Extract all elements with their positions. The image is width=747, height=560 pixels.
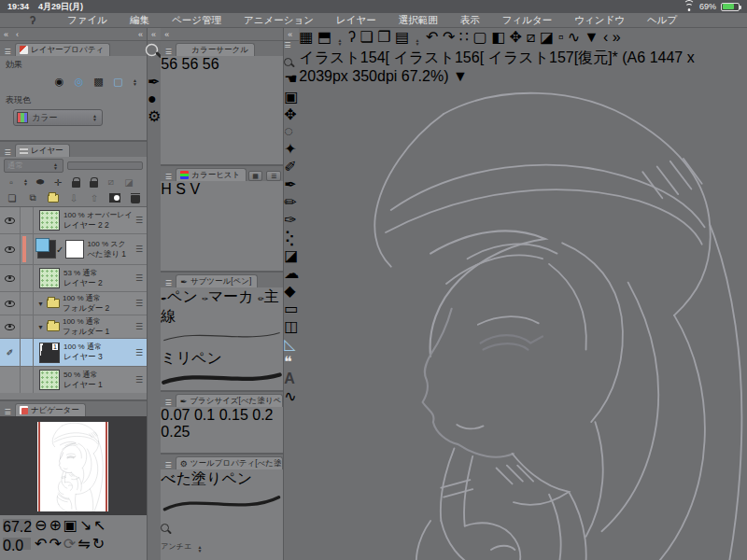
dock-quick-access[interactable] (148, 41, 161, 73)
visibility-toggle[interactable] (0, 367, 21, 393)
deselect-button[interactable]: ∷ (459, 29, 469, 45)
new-folder-button[interactable] (46, 191, 61, 204)
menu-animation[interactable]: アニメーション (233, 14, 325, 27)
screen-settings-button[interactable]: ⬒ (317, 29, 331, 45)
brush-size-cell[interactable]: 0.15 (219, 407, 248, 423)
tab-navigator[interactable]: ナビゲーター (15, 403, 86, 416)
lock-layer-icon[interactable] (68, 175, 83, 189)
brush-size-cell[interactable]: 0.07 (161, 407, 190, 423)
tool-balloon[interactable]: ❝ (284, 353, 299, 371)
fit-to-screen-button[interactable]: ▣ (63, 516, 78, 534)
tab-color-circle[interactable]: カラーサークル (176, 43, 255, 56)
visibility-toggle[interactable] (0, 315, 21, 338)
delete-layer-button[interactable] (128, 191, 143, 204)
collapse-left-dock-button[interactable]: « (4, 30, 8, 39)
redo-button[interactable]: ↷ (443, 29, 455, 45)
chevron-left-icon[interactable]: ‹ (16, 30, 19, 39)
tool-text[interactable]: A (284, 371, 299, 387)
layer-handle[interactable]: ☰ (134, 375, 145, 385)
visibility-toggle[interactable]: ✐ (0, 339, 21, 366)
panel-menu-icon[interactable]: ☰ (162, 48, 174, 56)
undo-button[interactable]: ↶ (426, 29, 438, 45)
expand-right-button[interactable]: » (613, 29, 621, 45)
panel-menu-icon[interactable]: ☰ (162, 173, 174, 181)
layer-handle[interactable]: ☰ (134, 299, 145, 308)
rotation-value[interactable]: 0.0 (3, 538, 31, 550)
tab-brush-size[interactable]: ✒ ブラシサイズ[べた塗りペ (176, 394, 284, 407)
open-file-button[interactable]: ❐ (377, 29, 390, 45)
layer-row[interactable]: 100 % オーバーレイレイヤー 2 2 ☰ (0, 207, 147, 234)
tool-hand[interactable]: ☚ (284, 70, 299, 88)
zoom-in-button[interactable]: ⊕ (49, 516, 61, 534)
transfer-down-button[interactable]: ⇩ (66, 191, 81, 204)
tool-auto-select[interactable]: ✦ (284, 140, 299, 158)
layer-row[interactable]: 53 % 通常レイヤー 2 ☰ (0, 265, 147, 292)
subtool-item[interactable]: ミリペン (161, 327, 283, 369)
visibility-toggle[interactable] (0, 207, 21, 233)
magnifier-icon[interactable] (161, 524, 169, 532)
layer-row[interactable]: 50 % 通常レイヤー 1 ☰ (0, 367, 147, 393)
visibility-toggle[interactable] (0, 265, 21, 291)
collapse-dock-button[interactable]: « (151, 30, 156, 39)
fill-selection-button[interactable]: ◧ (491, 29, 505, 45)
tool-frame-border[interactable]: ◫ (284, 317, 299, 335)
tool-move-layer[interactable]: ✥ (284, 105, 299, 123)
panel-menu-icon[interactable]: ☰ (2, 48, 13, 56)
menu-page[interactable]: ページ管理 (161, 14, 233, 27)
visibility-toggle[interactable] (0, 292, 21, 315)
layer-folder-row[interactable]: ▼ 100 % 通常フォルダー 1 ☰ (0, 315, 147, 339)
layer-handle[interactable]: ☰ (134, 216, 145, 225)
layer-thumbnail[interactable]: 1 (39, 343, 60, 363)
workspace-grid-button[interactable]: ▦ (299, 29, 313, 45)
anti-alias-stepper[interactable] (196, 542, 204, 555)
value-sort-button[interactable]: V (190, 181, 200, 197)
collapse-toolbar-button[interactable]: « (288, 30, 292, 39)
tab-tool-property[interactable]: ⚙ ツールプロパティ[べた塗 (176, 456, 284, 469)
new-canvas-button[interactable]: ❏ (359, 29, 373, 45)
subtool-group-marker[interactable]: ✑マーカ (202, 288, 253, 304)
blend-mode-dropdown[interactable]: 通常 (4, 159, 63, 173)
menu-file[interactable]: ファイル (56, 14, 119, 27)
collapse-left2-button[interactable]: « (138, 30, 143, 39)
rotate-right-button[interactable]: ↷ (49, 535, 61, 553)
merge-down-button[interactable]: ⇧ (87, 191, 102, 204)
folder-expand-icon[interactable]: ▼ (37, 324, 44, 330)
snap-grid-button[interactable]: ▫ (558, 29, 564, 45)
saturation-sort-button[interactable]: S (176, 181, 186, 197)
panel-menu-icon[interactable]: ☰ (2, 408, 13, 416)
reset-view-button[interactable]: ↻ (92, 535, 105, 553)
border-effect-icon[interactable]: ◉ (52, 75, 66, 89)
canvas-viewport[interactable] (299, 85, 747, 560)
tool-ruler[interactable]: ◺ (284, 335, 299, 353)
threshold-stepper[interactable] (21, 175, 30, 189)
menu-window[interactable]: ウィンドウ (563, 14, 636, 27)
opacity-slider[interactable] (67, 161, 143, 170)
layer-thumbnail[interactable] (39, 210, 60, 231)
brush-size-cell[interactable]: 0.25 (161, 424, 190, 440)
layer-handle[interactable]: ☰ (134, 245, 145, 254)
tool-selection[interactable]: ◌ (284, 123, 299, 140)
screen-stepper[interactable] (336, 35, 345, 49)
panel-menu-icon[interactable]: ☰ (162, 279, 174, 287)
set-ruler-icon[interactable]: ⧄ (104, 175, 119, 189)
fill-layer-thumbnail[interactable] (37, 240, 56, 259)
layer-handle[interactable]: ☰ (134, 348, 145, 357)
tool-line-correct[interactable]: ∿ (284, 387, 299, 405)
scroll-left-button[interactable]: ‹ (603, 29, 608, 45)
subtool-item[interactable]: サインペン (161, 369, 283, 392)
tool-pencil[interactable]: ✏ (284, 193, 299, 211)
tool-figure[interactable]: ▭ (284, 300, 299, 317)
zoom-out-button[interactable]: ⊖ (35, 516, 47, 534)
layer-handle[interactable]: ☰ (134, 273, 145, 283)
tool-operation[interactable]: ▣ (284, 88, 299, 105)
tool-zoom[interactable] (284, 53, 299, 70)
lock-alpha-icon[interactable] (86, 175, 101, 189)
tool-eyedropper[interactable]: ✐ (284, 158, 299, 175)
layer-mask-button[interactable] (107, 191, 122, 204)
layer-thumbnail[interactable] (39, 268, 60, 288)
canvas-tab[interactable]: イラスト154[ (299, 49, 393, 65)
effect-stepper[interactable] (131, 76, 139, 89)
panel-menu-icon[interactable]: ☰ (162, 461, 173, 469)
dock-subtool[interactable]: ✒ (148, 73, 161, 91)
zoom-value[interactable]: 67.2 (3, 519, 31, 531)
